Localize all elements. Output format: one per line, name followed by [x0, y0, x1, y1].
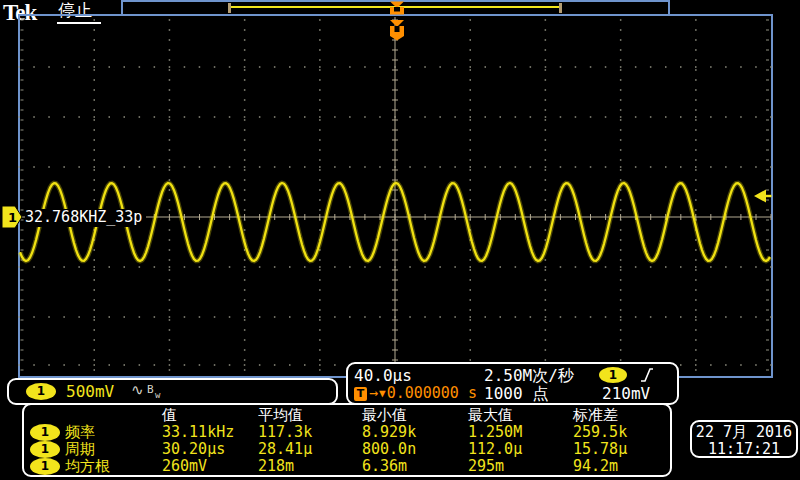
channel1-marker-number: 1: [8, 210, 17, 225]
trigger-source-badge: 1: [599, 367, 627, 383]
measure-value: 260mV: [162, 458, 207, 475]
measure-value: 33.11kHz: [162, 424, 234, 441]
record-length: 1000 点: [484, 385, 548, 402]
channel1-badge: 1: [26, 383, 56, 400]
time-per-division: 40.0µs: [354, 367, 412, 384]
bandwidth-limit-icon: B: [147, 381, 154, 398]
graticule-grid: [18, 17, 771, 376]
measure-mean: 28.41µ: [258, 441, 312, 458]
measure-name: 频率: [65, 424, 95, 441]
time-readout: 11:17:21: [692, 441, 796, 458]
measurement-row-period: 1 周期 30.20µs 28.41µ 800.0n 112.0µ 15.78µ: [24, 441, 670, 458]
row-badge: 1: [30, 424, 60, 441]
date-readout: 22 7月 2016: [692, 424, 796, 441]
trigger-t-icon: T: [354, 387, 367, 401]
measure-std: 94.2m: [573, 458, 618, 475]
horizontal-trigger-box: 40.0µs 2.50M次/秒 1 T→▼0.000000 s 1000 点 2…: [346, 362, 679, 405]
header-max: 最大值: [468, 407, 513, 424]
row-badge: 1: [30, 458, 60, 475]
measure-mean: 218m: [258, 458, 294, 475]
status-underline: [57, 22, 101, 24]
measure-mean: 117.3k: [258, 424, 312, 441]
header-value: 值: [162, 407, 177, 424]
trigger-position-flag: [390, 20, 404, 41]
measure-min: 6.36m: [362, 458, 407, 475]
measure-value: 30.20µs: [162, 441, 225, 458]
bandwidth-limit-icon-sub: w: [155, 387, 160, 404]
acquisition-status: 停止: [58, 2, 92, 19]
trigger-level-readout: 210mV: [602, 385, 650, 402]
measure-std: 259.5k: [573, 424, 627, 441]
coupling-icon: ∿: [131, 382, 144, 399]
channel-reference-label: 32.768KHZ_33p: [25, 209, 146, 227]
record-waveform-line: [231, 6, 561, 8]
trigger-rising-slope-icon: [640, 366, 654, 383]
display-border-left: [18, 14, 20, 378]
channel-readout-box: 1 500mV ∿ B w: [7, 378, 338, 405]
display-border-right: [771, 14, 773, 378]
sample-rate: 2.50M次/秒: [484, 367, 574, 384]
display-border-top: [19, 14, 772, 16]
measure-max: 112.0µ: [468, 441, 522, 458]
measure-std: 15.78µ: [573, 441, 627, 458]
measurement-row-rms: 1 均方根 260mV 218m 6.36m 295m 94.2m: [24, 458, 670, 475]
oscilloscope-screen: Tek 停止 1 32.768KHZ_33p 1 500mV ∿ B w 40.…: [0, 0, 800, 480]
row-badge: 1: [30, 441, 60, 458]
measure-max: 1.250M: [468, 424, 522, 441]
measurement-row-frequency: 1 频率 33.11kHz 117.3k 8.929k 1.250M 259.5…: [24, 424, 670, 441]
vertical-scale: 500mV: [66, 383, 114, 400]
marker-down-icon: ▼: [379, 385, 386, 402]
header-min: 最小值: [362, 407, 407, 424]
measure-min: 8.929k: [362, 424, 416, 441]
window-bracket-right: [559, 3, 562, 13]
measure-name: 均方根: [65, 458, 110, 475]
datetime-box: 22 7月 2016 11:17:21: [690, 420, 798, 458]
header-std: 标准差: [573, 407, 618, 424]
trigger-level-arrow: [754, 190, 772, 203]
trigger-position-readout: T→▼0.000000 s: [354, 385, 477, 402]
measure-max: 295m: [468, 458, 504, 475]
measure-min: 800.0n: [362, 441, 416, 458]
window-bracket-left: [228, 3, 231, 13]
header-mean: 平均值: [258, 407, 303, 424]
measurement-table: 值 平均值 最小值 最大值 标准差 1 频率 33.11kHz 117.3k 8…: [22, 403, 672, 477]
measurement-header-row: 值 平均值 最小值 最大值 标准差: [24, 407, 670, 424]
measure-name: 周期: [65, 441, 95, 458]
arrow-right-icon: →: [369, 385, 378, 402]
trigger-position-value: 0.000000 s: [387, 385, 477, 402]
